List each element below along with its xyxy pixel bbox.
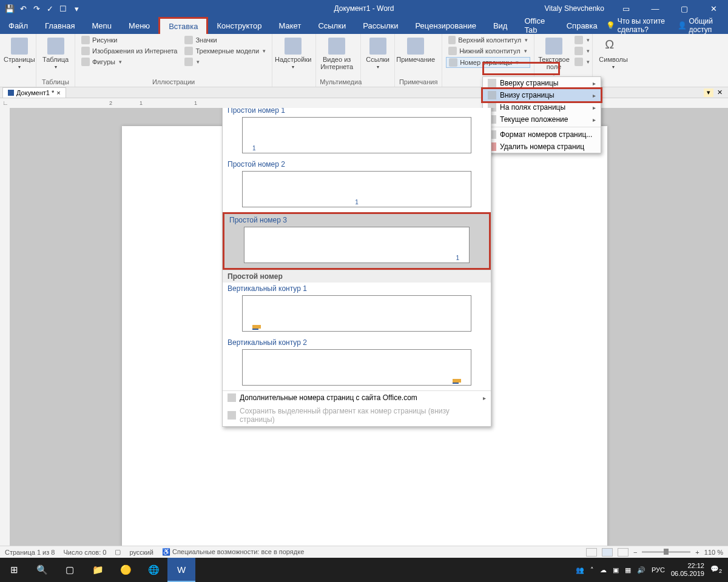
addins-button[interactable]: Надстройки▾: [276, 35, 310, 70]
close-tab-icon[interactable]: ×: [56, 89, 60, 96]
ribbon-options-icon[interactable]: ▭: [614, 0, 638, 17]
menu-separator: [483, 127, 601, 127]
gallery-item-accent-1[interactable]: Вертикальный контур 1: [223, 283, 491, 336]
qat-dropdown-icon[interactable]: ▾: [70, 2, 83, 15]
status-words[interactable]: Число слов: 0: [63, 549, 106, 556]
dropcap-button[interactable]: ▾: [572, 57, 592, 67]
chrome-button[interactable]: 🌐: [140, 558, 167, 582]
smartart-button[interactable]: ▾: [182, 57, 268, 67]
tell-me-search[interactable]: 💡Что вы хотите сделать?: [606, 17, 670, 34]
footer-button[interactable]: Нижний колонтитул▾: [446, 46, 530, 56]
parts-icon: [575, 36, 583, 44]
status-page[interactable]: Страница 1 из 8: [5, 549, 55, 556]
tab-file[interactable]: Файл: [0, 17, 36, 34]
3d-models-button[interactable]: Трехмерные модели▾: [182, 46, 268, 56]
redo-icon[interactable]: ↷: [30, 2, 42, 15]
tabs-close-button[interactable]: ✕: [715, 89, 724, 97]
quick-parts-button[interactable]: ▾: [572, 35, 592, 45]
menu-bottom-of-page[interactable]: Внизу страницы▸: [481, 87, 602, 103]
start-button[interactable]: ⊞: [0, 558, 28, 582]
view-web-button[interactable]: [618, 548, 629, 557]
tab-menu-ru[interactable]: Меню: [120, 17, 158, 34]
zoom-value[interactable]: 110 %: [704, 549, 723, 556]
tab-selector[interactable]: ∟: [2, 99, 8, 105]
title-bar: 💾 ↶ ↷ ✓ ☐ ▾ Документ1 - Word Vitaly Shev…: [0, 0, 728, 17]
tray-people-icon[interactable]: 👥: [576, 566, 584, 574]
menu-remove-numbers[interactable]: Удалить номера страниц: [483, 141, 601, 153]
tab-design[interactable]: Конструктор: [208, 17, 270, 34]
tray-network-icon[interactable]: ▦: [625, 566, 631, 574]
gallery-more-from-office[interactable]: Дополнительные номера страниц с сайта Of…: [223, 391, 491, 404]
touch-mode-icon[interactable]: ☐: [57, 2, 69, 15]
pictures-button[interactable]: Рисунки: [79, 35, 180, 45]
tab-home[interactable]: Главная: [36, 17, 83, 34]
ribbon: Страницы▾ Таблица▾ Таблицы Рисунки Изобр…: [0, 34, 728, 87]
tray-language[interactable]: РУС: [652, 566, 665, 574]
view-read-button[interactable]: [586, 548, 597, 557]
page-number-icon: [449, 58, 457, 67]
word-taskbar-button[interactable]: W: [167, 558, 195, 582]
status-accessibility[interactable]: ♿ Специальные возможности: все в порядке: [162, 548, 304, 556]
save-icon[interactable]: 💾: [4, 2, 16, 15]
online-pictures-button[interactable]: Изображения из Интернета: [79, 46, 180, 56]
link-icon: [369, 38, 386, 55]
tab-insert[interactable]: Вставка: [158, 17, 208, 34]
shapes-button[interactable]: Фигуры▾: [79, 57, 180, 67]
tab-mailings[interactable]: Рассылки: [354, 17, 406, 34]
menu-current-position[interactable]: Текущее положение▸: [483, 113, 601, 125]
tab-view[interactable]: Вид: [485, 17, 516, 34]
spellcheck-icon[interactable]: ✓: [44, 2, 56, 15]
links-button[interactable]: Ссылки▾: [365, 35, 391, 70]
zoom-out-button[interactable]: −: [633, 549, 637, 556]
online-video-button[interactable]: Видео из Интернета: [320, 35, 354, 70]
tray-volume-icon[interactable]: 🔊: [637, 566, 645, 574]
zoom-slider[interactable]: [642, 551, 690, 553]
undo-icon[interactable]: ↶: [17, 2, 29, 15]
view-print-button[interactable]: [602, 548, 613, 557]
zoom-in-button[interactable]: +: [695, 549, 699, 556]
tray-up-icon[interactable]: ˄: [590, 566, 594, 574]
tray-notifications-icon[interactable]: 💬2: [710, 565, 722, 574]
maximize-button[interactable]: ▢: [672, 0, 696, 17]
smartart-icon: [184, 58, 193, 66]
search-button[interactable]: 🔍: [28, 558, 56, 582]
document-area: Простой Простой номер 1 1 Простой номер …: [10, 108, 728, 558]
header-button[interactable]: Верхний колонтитул▾: [446, 35, 530, 45]
minimize-button[interactable]: —: [643, 0, 667, 17]
tab-references[interactable]: Ссылки: [309, 17, 354, 34]
user-name[interactable]: Vitaly Shevchenko: [544, 4, 604, 13]
table-button[interactable]: Таблица▾: [40, 35, 71, 70]
tab-help[interactable]: Справка: [558, 17, 606, 34]
gallery-item-accent-2[interactable]: Вертикальный контур 2: [223, 336, 491, 390]
wordart-icon: [575, 47, 583, 55]
gallery-item-plain-3[interactable]: Простой номер 3 1: [223, 212, 491, 270]
wordart-button[interactable]: ▾: [572, 46, 592, 56]
comment-button[interactable]: Примечание: [399, 35, 433, 63]
task-view-button[interactable]: ▢: [56, 558, 84, 582]
tray-defender-icon[interactable]: ▣: [613, 566, 619, 574]
icons-button[interactable]: Значки: [182, 35, 268, 45]
tab-officetab[interactable]: Office Tab: [516, 17, 558, 34]
close-button[interactable]: ✕: [701, 0, 726, 17]
menu-format-numbers[interactable]: Формат номеров страниц...: [483, 129, 601, 141]
group-comments-label: Примечания: [399, 78, 438, 87]
file-explorer-button[interactable]: 📁: [84, 558, 112, 582]
status-proofing[interactable]: ▢: [115, 548, 121, 556]
menu-page-margins[interactable]: На полях страницы▸: [483, 101, 601, 113]
status-language[interactable]: русский: [129, 549, 153, 556]
tab-menu-en[interactable]: Menu: [83, 17, 120, 34]
document-tab[interactable]: Документ1 *×: [2, 87, 66, 98]
gallery-item-plain-2[interactable]: Простой номер 2 1: [223, 158, 491, 212]
addins-icon: [285, 38, 302, 55]
pages-button[interactable]: Страницы▾: [4, 35, 35, 70]
yandex-browser-button[interactable]: 🟡: [112, 558, 140, 582]
new-tab-button[interactable]: ▾: [704, 89, 713, 97]
tab-review[interactable]: Рецензирование: [407, 17, 485, 34]
share-button[interactable]: 👤Общий доступ: [678, 17, 720, 34]
symbols-button[interactable]: ΩСимволы▾: [596, 35, 630, 70]
tray-clock[interactable]: 22:12 06.05.2019: [671, 562, 704, 578]
group-illustrations-label: Иллюстрации: [79, 78, 268, 87]
tab-layout[interactable]: Макет: [271, 17, 310, 34]
gallery-item-plain-1[interactable]: Простой номер 1 1: [223, 108, 491, 158]
tray-onedrive-icon[interactable]: ☁: [600, 566, 607, 574]
